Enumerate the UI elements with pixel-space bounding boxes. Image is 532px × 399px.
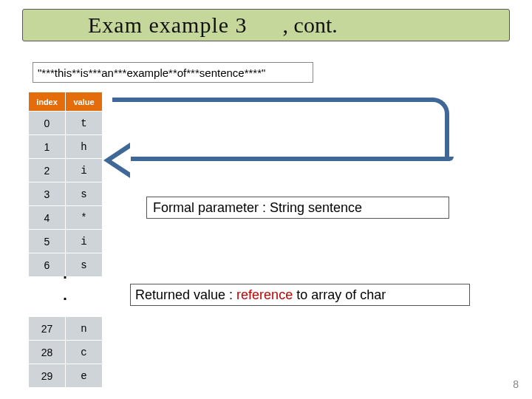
table-row: 5i [29, 230, 103, 253]
table-row: 0t [29, 112, 103, 135]
cell-value: i [66, 159, 103, 183]
returned-post: to array of char [293, 287, 386, 303]
cell-index: 2 [29, 159, 66, 183]
sentence-text: "***this**is***an***example**of***senten… [38, 66, 265, 79]
table-row: 29e [29, 364, 103, 388]
title-part1: Exam example 3 [88, 13, 248, 38]
cell-value: * [66, 206, 103, 230]
title-part2: , cont. [283, 13, 338, 38]
sentence-string-box: "***this**is***an***example**of***senten… [33, 62, 313, 83]
returned-value-box: Returned value : reference to array of c… [130, 284, 470, 306]
slide: Exam example 3 , cont. "***this**is***an… [0, 0, 532, 399]
dot: . [61, 266, 69, 283]
cell-value: s [66, 253, 103, 277]
table-row: 1h [29, 135, 103, 159]
formal-parameter-box: Formal parameter : String sentence [146, 197, 449, 219]
cell-index: 0 [29, 112, 66, 135]
arrow-head-inner [112, 148, 131, 173]
returned-reference: reference [236, 287, 293, 303]
cell-index: 4 [29, 206, 66, 230]
cell-index: 29 [29, 364, 66, 388]
table-row: 28c [29, 341, 103, 364]
cell-value: e [66, 364, 103, 388]
cell-value: h [66, 135, 103, 159]
cell-value: c [66, 341, 103, 364]
cell-value: i [66, 230, 103, 253]
dot: . [61, 287, 69, 304]
table-row: 3s [29, 183, 103, 206]
table-row: 4* [29, 206, 103, 230]
table-row: 2i [29, 159, 103, 183]
col-header-value: value [66, 92, 103, 112]
arrow-bottom [112, 157, 454, 161]
cell-index: 28 [29, 341, 66, 364]
formal-parameter-text: Formal parameter : String sentence [153, 200, 362, 216]
arrow-body [112, 98, 449, 161]
returned-pre: Returned value : [135, 287, 236, 303]
cell-value: s [66, 183, 103, 206]
cell-index: 1 [29, 135, 66, 159]
cell-index: 27 [29, 317, 66, 341]
cell-value: n [66, 317, 103, 341]
cell-value: t [66, 112, 103, 135]
char-table-top: index value 0t1h2i3s4*5i6s [28, 92, 103, 277]
table-row: 27n [29, 317, 103, 341]
cell-index: 6 [29, 253, 66, 277]
title-bar: Exam example 3 , cont. [22, 9, 510, 41]
cell-index: 5 [29, 230, 66, 253]
page-number: 8 [513, 378, 519, 390]
col-header-index: index [29, 92, 66, 112]
char-table-bottom: 27n28c29e [28, 316, 103, 388]
cell-index: 3 [29, 183, 66, 206]
